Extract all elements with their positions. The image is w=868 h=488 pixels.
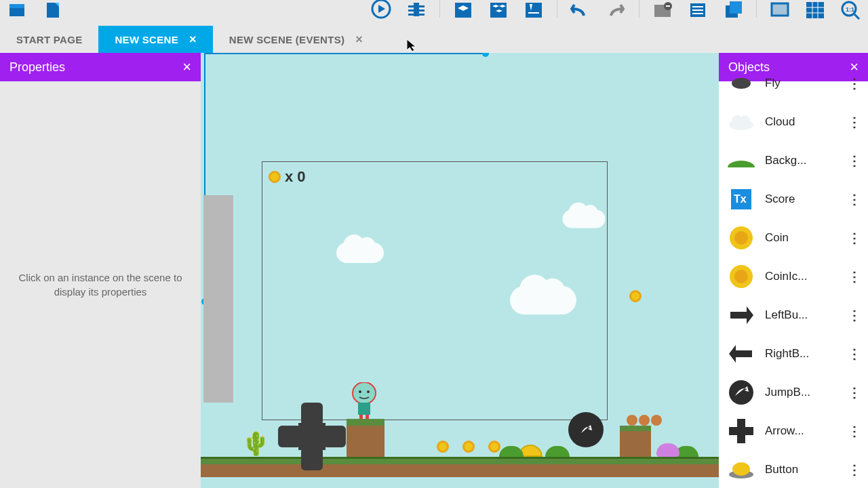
svg-point-40 — [367, 390, 370, 393]
tab-label: NEW SCENE (EVENTS) — [229, 34, 344, 45]
svg-rect-23 — [692, 6, 703, 7]
object-item-rightb[interactable]: RightB...⋮ — [719, 334, 868, 373]
svg-rect-43 — [366, 415, 369, 419]
tab-new-scene-events[interactable]: NEW SCENE (EVENTS) × — [213, 26, 379, 53]
object-item-leftbu[interactable]: LeftBu...⋮ — [719, 296, 868, 334]
coin-sprite[interactable] — [488, 441, 500, 453]
kebab-menu-icon[interactable]: ⋮ — [848, 384, 860, 401]
kebab-menu-icon[interactable]: ⋮ — [848, 191, 860, 207]
object-item-backg[interactable]: Backg...⋮ — [719, 141, 868, 180]
object-thumbnail-icon: Tx — [727, 185, 755, 214]
svg-text:1:1: 1:1 — [846, 6, 854, 13]
object-item-arrow[interactable]: Arrow...⋮ — [719, 411, 868, 450]
object-thumbnail-icon — [727, 378, 755, 407]
object-thumbnail-icon — [727, 262, 755, 291]
edit-icon[interactable] — [521, 0, 546, 20]
object-thumbnail-icon — [727, 69, 755, 98]
undo-icon[interactable] — [568, 0, 593, 20]
play-icon[interactable] — [369, 0, 393, 20]
wall-sprite[interactable] — [203, 195, 233, 403]
toolbar: 1:1 — [0, 0, 868, 26]
object-thumbnail-icon — [727, 340, 755, 368]
svg-rect-8 — [408, 9, 425, 12]
score-hud[interactable]: x 0 — [269, 168, 306, 186]
scene-canvas[interactable]: x 0 🌵 — [201, 53, 719, 488]
svg-rect-42 — [359, 415, 363, 419]
object-item-jumpb[interactable]: JumpB...⋮ — [719, 373, 868, 411]
layers-icon[interactable] — [721, 0, 745, 20]
kebab-menu-icon[interactable]: ⋮ — [848, 462, 860, 478]
svg-point-38 — [353, 382, 376, 404]
redo-icon[interactable] — [604, 0, 628, 20]
svg-point-57 — [729, 380, 753, 405]
close-icon[interactable]: × — [355, 33, 363, 45]
list-icon[interactable] — [686, 0, 710, 20]
platform-sprite[interactable] — [347, 419, 384, 457]
dpad-sprite[interactable] — [278, 403, 346, 470]
platform-sprite[interactable] — [620, 426, 651, 457]
kebab-menu-icon[interactable]: ⋮ — [848, 423, 860, 439]
kebab-menu-icon[interactable]: ⋮ — [848, 307, 860, 323]
kebab-menu-icon[interactable]: ⋮ — [848, 268, 860, 285]
crates-sprite[interactable] — [627, 415, 662, 426]
kebab-menu-icon[interactable]: ⋮ — [848, 152, 860, 169]
svg-text:Tx: Tx — [734, 193, 747, 205]
svg-rect-30 — [806, 2, 824, 18]
svg-rect-21 — [666, 5, 670, 7]
cube-icon[interactable] — [451, 0, 475, 20]
object-thumbnail-icon — [727, 224, 755, 252]
coin-icon — [269, 171, 281, 183]
tab-start-page[interactable]: START PAGE — [0, 26, 98, 53]
cactus-sprite[interactable]: 🌵 — [241, 430, 270, 457]
coin-sprite[interactable] — [437, 441, 449, 453]
coin-sprite[interactable] — [462, 441, 475, 453]
object-thumbnail-icon — [727, 301, 755, 329]
ruler-handle[interactable] — [482, 53, 489, 57]
object-thumbnail-icon — [727, 146, 755, 175]
object-label: Coin — [765, 231, 838, 245]
scene-ruler-horizontal[interactable] — [204, 53, 489, 54]
svg-point-54 — [734, 270, 748, 283]
bush-sprite[interactable] — [545, 446, 570, 457]
kebab-menu-icon[interactable]: ⋮ — [848, 75, 860, 92]
properties-header: Properties × — [0, 53, 201, 81]
grid-icon[interactable] — [803, 0, 827, 20]
object-item-fly[interactable]: Fly⋮ — [719, 64, 868, 102]
svg-line-36 — [854, 14, 859, 19]
close-icon[interactable]: × — [182, 60, 191, 75]
object-item-cloud[interactable]: Cloud⋮ — [719, 102, 868, 141]
object-item-button[interactable]: Button⋮ — [719, 450, 868, 488]
toolbar-file-icon[interactable] — [41, 0, 65, 20]
svg-rect-1 — [9, 4, 24, 8]
kebab-menu-icon[interactable]: ⋮ — [848, 346, 860, 362]
debug-icon[interactable] — [404, 0, 429, 20]
kebab-menu-icon[interactable]: ⋮ — [848, 114, 860, 130]
svg-marker-5 — [378, 5, 385, 13]
jump-button-sprite[interactable] — [568, 412, 604, 447]
toolbar-separator — [557, 0, 557, 18]
cubes-icon[interactable] — [486, 0, 511, 20]
slime-sprite[interactable] — [656, 443, 679, 457]
object-label: Button — [765, 463, 838, 476]
screen-icon[interactable] — [768, 0, 792, 20]
tab-new-scene[interactable]: NEW SCENE × — [98, 26, 212, 53]
zoom-icon[interactable]: 1:1 — [838, 0, 863, 20]
player-sprite[interactable] — [350, 382, 378, 419]
svg-rect-59 — [729, 427, 753, 435]
toolbar-separator — [756, 0, 757, 18]
object-label: Score — [765, 192, 838, 206]
object-item-score[interactable]: TxScore⋮ — [719, 180, 868, 218]
toolbar-project-icon[interactable] — [5, 0, 30, 20]
objects-list: Fly⋮Cloud⋮Backg...⋮TxScore⋮Coin⋮CoinIc..… — [719, 64, 868, 488]
kebab-menu-icon[interactable]: ⋮ — [848, 230, 860, 246]
objects-panel: Objects × Fly⋮Cloud⋮Backg...⋮TxScore⋮Coi… — [719, 53, 868, 488]
object-item-coin[interactable]: Coin⋮ — [719, 218, 868, 257]
close-icon[interactable]: × — [189, 33, 197, 45]
coin-sprite[interactable] — [629, 290, 642, 302]
delete-icon[interactable] — [650, 0, 675, 20]
tab-label: NEW SCENE — [115, 34, 178, 45]
object-label: RightB... — [765, 347, 838, 361]
object-item-coinic[interactable]: CoinIc...⋮ — [719, 257, 868, 296]
svg-rect-17 — [528, 12, 539, 14]
bush-sprite[interactable] — [499, 446, 524, 457]
